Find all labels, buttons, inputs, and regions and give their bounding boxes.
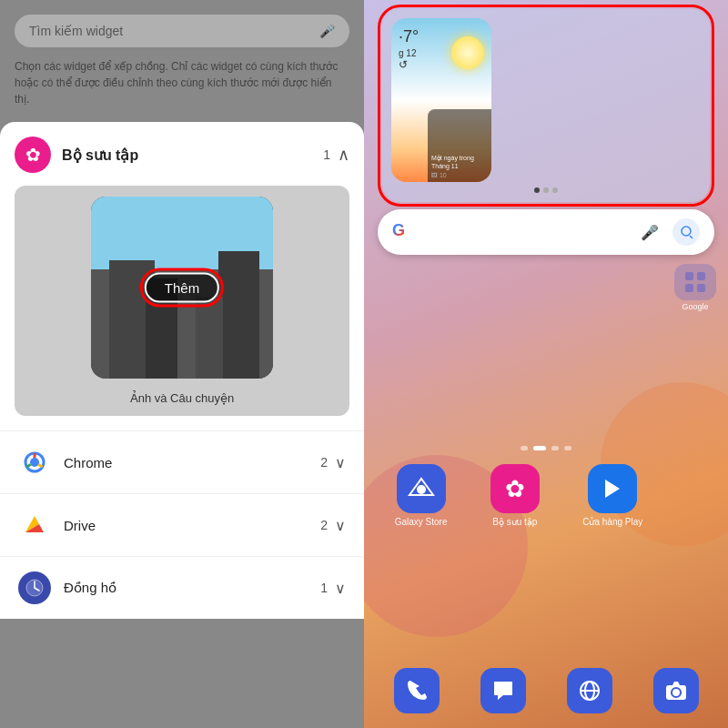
svg-rect-13 [697,272,705,280]
app-list: Chrome 2 ∨ Drive 2 ∨ [0,430,364,619]
dock-phone[interactable] [394,668,440,713]
story-card: Một ngày trong Tháng 11 🖼 10 [428,109,491,182]
sun-graphic [451,36,484,69]
bst-app-icon: ✿ [490,464,540,513]
preview-inner: ·7° g 12 ↺ Một ngày trong Tháng 11 🖼 10 [391,18,701,182]
chrome-label: Chrome [64,455,320,470]
google-g-icon: G [392,221,414,243]
chrome-icon [18,446,51,479]
widget-search-bar[interactable]: Tìm kiếm widget 🎤 [15,15,349,47]
phone-screen: ·7° g 12 ↺ Một ngày trong Tháng 11 🖼 10 [391,18,491,182]
google-search-bar[interactable]: G 🎤 [378,209,714,255]
drive-icon [18,509,51,541]
center-apps-row: Galaxy Store ✿ Bộ sưu tập Cửa hàng Play [373,464,664,527]
ind-dot-4 [564,446,571,450]
dock-internet[interactable] [567,668,612,713]
widget-preview: Thêm Ảnh và Câu chuyện [15,186,349,416]
right-panel: ·7° g 12 ↺ Một ngày trong Tháng 11 🖼 10 … [364,0,728,728]
dot-3 [552,187,558,193]
bst-icon: ✿ [15,136,51,173]
chrome-chevron-icon[interactable]: ∨ [335,454,346,471]
google-grid-icon [674,264,716,300]
google-grid-app[interactable]: Google [672,264,719,311]
widget-photo-label: Ảnh và Câu chuyện [130,391,235,405]
svg-point-1 [30,458,39,467]
ind-dot-3 [551,446,559,450]
clock-icon [18,571,51,604]
dock-messages[interactable] [480,668,526,713]
svg-marker-23 [672,682,680,685]
galaxy-store-app[interactable]: Galaxy Store [395,464,448,527]
clock-count: 1 [320,581,328,595]
drive-chevron-icon[interactable]: ∨ [335,517,346,534]
widget-image: Thêm [91,197,273,379]
widget-card: ✿ Bộ sưu tập 1 ∧ Thêm Ảnh và Câu chuyện [0,122,364,430]
ind-dot-2 [533,446,546,450]
play-store-label: Cửa hàng Play [582,517,642,527]
search-icons: 🎤 [636,218,700,246]
svg-marker-17 [605,480,620,498]
play-store-icon [588,464,637,513]
galaxy-store-icon [397,464,446,513]
app-item-clock[interactable]: Đồng hồ 1 ∨ [0,556,364,619]
svg-line-11 [690,236,693,238]
svg-point-16 [417,485,426,494]
them-button[interactable]: Thêm [145,273,219,303]
app-item-chrome[interactable]: Chrome 2 ∨ [0,430,364,493]
widget-count: 1 [323,147,330,162]
right-widget-preview: ·7° g 12 ↺ Một ngày trong Tháng 11 🖼 10 [382,9,710,202]
google-lens-icon[interactable] [672,218,700,246]
story-title: Một ngày trong Tháng 11 [431,154,488,170]
dot-1 [534,187,540,193]
phone-mockup: ·7° g 12 ↺ Một ngày trong Tháng 11 🖼 10 [391,18,491,182]
dot-2 [543,187,549,193]
clock-chevron-icon[interactable]: ∨ [335,580,346,597]
page-indicator [364,446,728,450]
svg-point-10 [682,227,691,236]
preview-dots [391,187,701,193]
play-store-app[interactable]: Cửa hàng Play [582,464,642,527]
widget-title: Bộ sưu tập [62,147,323,164]
bst-app[interactable]: ✿ Bộ sưu tập [490,464,540,527]
dock-camera[interactable] [653,668,699,713]
search-placeholder: Tìm kiếm widget [29,24,123,38]
drive-count: 2 [320,518,328,532]
app-icons-grid: Google [672,264,719,311]
chrome-count: 2 [320,455,328,470]
bst-app-label: Bộ sưu tập [492,517,537,527]
ind-dot-1 [521,446,528,450]
clock-label: Đồng hồ [64,580,320,596]
drive-label: Drive [64,518,320,533]
building-3 [218,251,259,379]
google-mic-icon[interactable]: 🎤 [636,218,663,246]
google-grid-label: Google [682,302,708,311]
widget-header: ✿ Bộ sưu tập 1 ∧ [15,136,349,173]
chevron-up-icon[interactable]: ∧ [338,145,349,165]
left-panel: Tìm kiếm widget 🎤 Chọn các widget để xếp… [0,0,364,728]
svg-rect-14 [685,284,693,292]
story-count: 🖼 10 [431,172,488,178]
svg-rect-15 [697,284,705,292]
galaxy-store-label: Galaxy Store [395,517,448,527]
svg-rect-12 [685,272,693,280]
building-4 [196,297,223,379]
mic-icon[interactable]: 🎤 [319,24,335,38]
app-item-drive[interactable]: Drive 2 ∨ [0,493,364,556]
widget-description: Chọn các widget để xếp chồng. Chỉ các wi… [0,58,364,122]
bottom-dock [373,662,719,719]
